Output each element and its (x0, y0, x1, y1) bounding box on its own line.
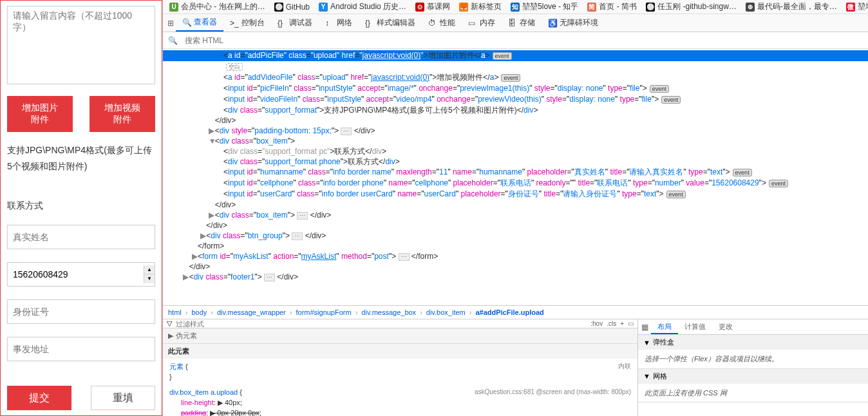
crumb-item[interactable]: div.box_item (426, 308, 466, 316)
bookmark-label: Android Studio 历史… (330, 1, 406, 12)
layout-tab[interactable]: 计算值 (678, 319, 712, 334)
cls-toggle[interactable]: .cls (607, 320, 616, 327)
crumb-item[interactable]: div.message_box (361, 308, 416, 316)
dom-line[interactable]: </div> (163, 200, 868, 210)
dom-line[interactable]: </div> (163, 261, 868, 272)
dom-breadcrumb[interactable]: html›body›div.message_wrapper›form#signu… (163, 305, 868, 319)
contact-label: 联系方式 (7, 200, 155, 212)
styles-filter-input[interactable] (176, 320, 587, 328)
hov-toggle[interactable]: :hov (590, 320, 603, 327)
this-element-header: 此元素 (163, 344, 637, 359)
dom-line[interactable]: ▶<form id="myAskList" action="myAskList"… (163, 251, 868, 261)
number-spinner[interactable]: ▲▼ (144, 265, 155, 283)
tab-icon: >_ (230, 19, 239, 28)
dom-line[interactable]: ▶<div class="btn_group"> ⋯ </div> (163, 231, 868, 241)
bookmark-favicon: ⊙ (415, 3, 424, 12)
bookmark-label: 最代码-最全面，最专… (757, 1, 837, 12)
devtools-tab[interactable]: ⏱性能 (422, 14, 462, 32)
reset-button[interactable]: 重填 (91, 386, 155, 410)
tab-icon: 🔍 (182, 18, 191, 27)
devtools-panel: U会员中心 - 泡在网上的…⚪GitHubYAndroid Studio 历史…… (162, 0, 868, 416)
message-textarea[interactable] (7, 6, 155, 84)
dom-line[interactable]: <input id="videoFileIn" class="inputStyl… (163, 94, 868, 105)
tab-icon: {} (278, 19, 287, 28)
dom-line[interactable]: <a id="addPicFile" class="upload" href="… (163, 50, 868, 61)
crumb-item[interactable]: body (191, 308, 207, 316)
flexbox-section-header[interactable]: ▼弹性盒 (638, 335, 868, 350)
dom-tree[interactable]: <a id="addPicFile" class="upload" href="… (163, 49, 868, 305)
dock-icon[interactable]: ⊞ (165, 18, 176, 28)
bookmark-favicon: Y (319, 3, 328, 12)
phone-input[interactable] (8, 263, 144, 286)
devtools-tab[interactable]: ♿无障碍环境 (542, 14, 605, 32)
copy-icon[interactable]: ▭ (628, 320, 634, 327)
add-rule-icon[interactable]: + (620, 320, 624, 327)
dom-line[interactable]: </div> (163, 220, 868, 231)
dom-line[interactable]: <input id="humanname" class="info border… (163, 167, 868, 178)
dom-line[interactable]: <div class="support_format pc">联系方式</div… (163, 146, 868, 156)
devtools-tab[interactable]: 🔍查看器 (176, 14, 223, 32)
dom-line[interactable]: <input id="picFileIn" class="inputStyle"… (163, 83, 868, 94)
bookmark-label: 新标签页 (471, 1, 502, 12)
bookmark-item[interactable]: U会员中心 - 泡在网上的… (165, 1, 269, 12)
devtools-tab[interactable]: ▭内存 (462, 14, 502, 32)
bookmark-item[interactable]: ⚪GitHub (270, 3, 314, 12)
address-input[interactable] (7, 337, 155, 361)
dom-line[interactable]: ▶<div class="box_item"> ⋯ </div> (163, 210, 868, 220)
styles-pane: ▽ :hov .cls + ▭ ▶伪元素 此元素 元素 { 内联 } (163, 319, 638, 416)
realname-input[interactable] (7, 225, 155, 249)
bookmark-favicon: ⊕ (746, 3, 755, 12)
grid-section-header[interactable]: ▼网格 (638, 369, 868, 384)
bookmark-favicon: ⚪ (274, 3, 283, 12)
devtools-tab[interactable]: {}调试器 (271, 14, 319, 32)
dom-line[interactable]: </div> (163, 115, 868, 126)
dom-line[interactable]: ▶<div class="footer1"> ⋯ </div> (163, 272, 868, 282)
rule-selector[interactable]: div.box_item a.upload (169, 388, 238, 396)
bookmark-item[interactable]: ⊕最代码-最全面，最专… (742, 1, 841, 12)
dom-line[interactable]: 空白 (163, 61, 868, 72)
bookmark-item[interactable]: 微堃坤5love的微博_(… (842, 1, 868, 12)
tab-icon: 🗄 (508, 19, 517, 28)
dom-line[interactable]: <div class="support_format">支持JPG\PNG\MP… (163, 105, 868, 115)
layout-tab[interactable]: 布局 (651, 319, 678, 334)
dom-line[interactable]: ▼<div class="box_item"> (163, 136, 868, 146)
crumb-item[interactable]: div.message_wrapper (217, 308, 286, 316)
dom-line[interactable]: <input id="userCard" class="info border … (163, 189, 868, 200)
dom-line[interactable]: <a id="addVideoFile" class="upload" href… (163, 72, 868, 83)
bookmark-item[interactable]: ⚪任玉刚 -github-singw… (642, 1, 741, 12)
layout-pane: ▦ 布局计算值更改 ▼弹性盒 选择一个弹性（Flex）容器或项目以继续。 ▼网格… (638, 319, 868, 416)
devtools-tab[interactable]: 🗄存储 (502, 14, 542, 32)
bookmark-item[interactable]: ⊙慕课网 (411, 1, 454, 12)
rule-source[interactable]: askQuestion.css:681 @screen and (max-wid… (475, 387, 631, 397)
pseudo-section[interactable]: ▶伪元素 (163, 328, 637, 344)
phone-input-wrap: ▲▼ (7, 262, 155, 287)
devtools-tab[interactable]: {}样式编辑器 (359, 14, 422, 32)
bookmark-label: 堃坤5love的微博_(… (858, 1, 868, 12)
dom-line[interactable]: <input id="cellphone" class="info border… (163, 178, 868, 189)
crumb-item[interactable]: form#signupForm (296, 308, 351, 316)
bookmark-label: 首页 - 简书 (599, 1, 637, 12)
dom-line[interactable]: ▶<div style="padding-bottom: 15px;"> ⋯ <… (163, 126, 868, 136)
devtools-tab[interactable]: ↕网络 (319, 14, 359, 32)
add-video-button[interactable]: 增加视频附件 (90, 96, 155, 132)
tab-icon: ♿ (548, 19, 557, 28)
crumb-item[interactable]: html (168, 308, 182, 316)
dom-line[interactable]: <div class="support_format phone">联系方式</… (163, 156, 868, 167)
html-search-input[interactable] (182, 33, 868, 48)
add-pic-button[interactable]: 增加图片附件 (7, 96, 73, 132)
bookmark-item[interactable]: YAndroid Studio 历史… (315, 1, 410, 12)
layout-box-icon[interactable]: ▦ (638, 319, 651, 334)
crumb-item[interactable]: a#addPicFile.upload (475, 308, 543, 316)
bookmark-item[interactable]: 知堃堃5love - 知乎 (507, 1, 582, 12)
dom-line[interactable]: </form> (163, 241, 868, 251)
submit-button[interactable]: 提交 (7, 386, 71, 410)
tab-icon: ↕ (325, 19, 334, 28)
inline-selector: 元素 (169, 363, 184, 370)
bookmark-item[interactable]: 🦊新标签页 (455, 1, 505, 12)
bottom-panes: ▽ :hov .cls + ▭ ▶伪元素 此元素 元素 { 内联 } (163, 319, 868, 416)
layout-tab[interactable]: 更改 (712, 319, 739, 334)
devtools-tab[interactable]: >_控制台 (223, 14, 271, 32)
webpage-form-panel: 增加图片附件 增加视频附件 支持JPG\PNG\MP4格式(最多可上传5个视频和… (0, 0, 162, 416)
bookmark-item[interactable]: 简首页 - 简书 (583, 1, 641, 12)
idcard-input[interactable] (7, 299, 155, 324)
